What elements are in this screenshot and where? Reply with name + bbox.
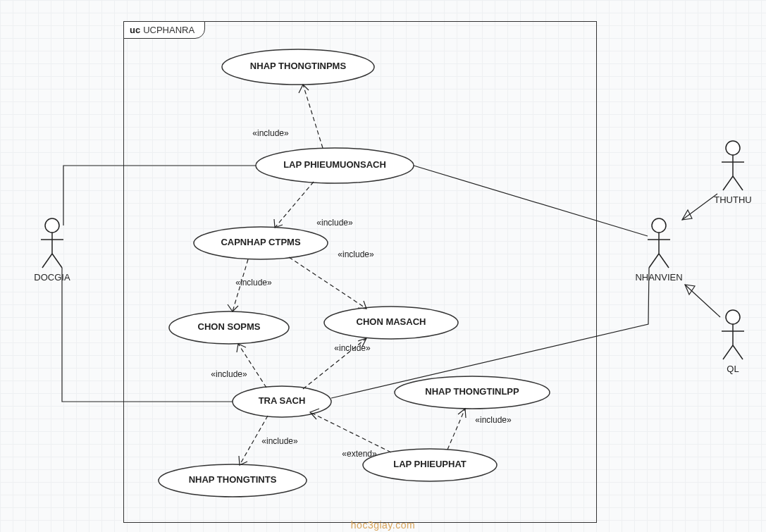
svg-marker-21	[682, 210, 692, 220]
svg-point-5	[652, 218, 666, 233]
svg-line-14	[733, 176, 743, 190]
boundary-label: uc UCPHANRA	[123, 21, 205, 39]
actor-nhanvien: NHANVIEN	[635, 218, 682, 283]
svg-line-8	[649, 254, 659, 268]
svg-line-18	[723, 345, 733, 359]
actor-ql-label: QL	[727, 364, 739, 374]
svg-marker-23	[685, 285, 695, 295]
svg-line-3	[42, 254, 52, 268]
actor-nhanvien-label: NHANVIEN	[635, 272, 682, 283]
svg-point-0	[45, 218, 59, 233]
boundary-prefix: uc	[130, 25, 140, 35]
svg-point-15	[726, 310, 740, 324]
actor-docgia: DOCGIA	[34, 218, 70, 283]
svg-line-9	[659, 254, 669, 268]
gen-ql-nhanvien	[685, 285, 720, 317]
svg-line-19	[733, 345, 743, 359]
watermark: hoc3giay.com	[351, 519, 415, 531]
actor-docgia-label: DOCGIA	[34, 272, 70, 283]
actor-thuthu-label: THUTHU	[714, 194, 751, 205]
svg-line-13	[723, 176, 733, 190]
system-boundary: uc UCPHANRA	[123, 21, 597, 523]
gen-thuthu-nhanvien	[682, 194, 717, 220]
svg-line-20	[682, 194, 717, 220]
actor-thuthu: THUTHU	[714, 141, 751, 205]
actor-ql: QL	[722, 310, 744, 374]
svg-line-4	[52, 254, 62, 268]
svg-line-22	[685, 285, 720, 317]
svg-point-10	[726, 141, 740, 155]
boundary-title: UCPHANRA	[143, 25, 194, 35]
